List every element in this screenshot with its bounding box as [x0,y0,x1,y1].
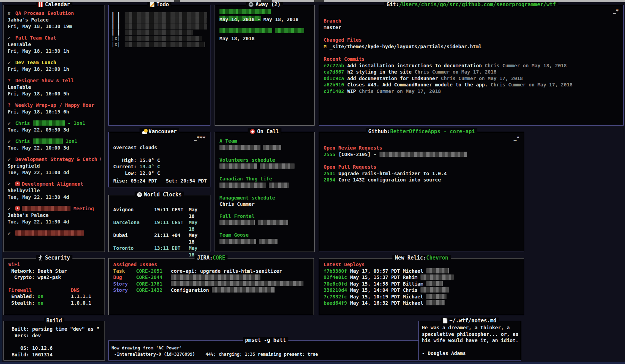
wifi-crypto-row: Crypto: wpa2-psk [8,274,100,281]
redacted-block [212,287,275,293]
redacted-block [219,28,272,33]
clock-icon [137,192,142,197]
review-requests-heading: Open Review Requests [324,145,519,151]
pull-request-row: 2054Core 1432 configuration into source [324,177,519,183]
new-relic-app: Chevron [426,255,448,261]
redacted-block [33,120,65,126]
event-title: Meeting [73,206,94,211]
issue-type: Story [113,287,136,294]
calendar-event: ✔Development Strategy & Catch U Springfi… [8,156,101,176]
redacted-block [125,18,207,24]
panel-git: Git: /Users/chris/go/src/github.com/seno… [319,5,624,126]
calendar-panel-title: Calendar [36,1,72,8]
todo-item: |X| [111,36,207,41]
panel-away: Away (2) May 14, 2018 - May 18, 2018 May… [215,5,315,126]
event-when: Fri, May 18, 16:00 5h [8,91,101,97]
redacted-block [426,281,443,286]
git-panel-title: Git: /Users/chris/go/src/github.com/seno… [384,1,558,8]
clock-date: May 18 [189,219,205,232]
oncall-team: Team Goose [219,232,310,245]
issue-type: Story [113,281,136,287]
high-value: 15.0° C [140,158,160,163]
low-value: 12.0° C [140,170,160,176]
todo-item: ┃ ┃ [111,12,207,18]
os-line: OS: 10.12.6 [9,345,102,352]
commit-row: ca7d867h2 styling in the site Chris Cumm… [324,69,619,75]
redacted-block [219,220,255,225]
event-when: Fri, May 18, 16:15 6h [8,109,101,115]
github-content: Open Review Requests 2555[CORE-2105] - O… [319,132,524,183]
siren-icon [15,206,20,211]
calendar-event: ✔Full Team Chat LenTable Fri, May 18, 11… [8,35,101,54]
event-location: Shelbyville [8,187,101,194]
clock-time: 13:11 EDT [154,245,189,258]
panel-title-text: World Clocks [144,192,182,198]
dns-heading: DNS [71,287,91,294]
commit-meta: Chris Cummer on May 17, 2018 [359,88,441,94]
redacted-block [171,281,303,286]
on-call-panel-title: On Call [248,128,281,135]
pager-indicator: _* [514,135,519,141]
redacted-block [125,30,193,35]
commit-row: e2c27abAdd installation instructions to … [324,62,619,69]
calendar-event: ✔Development Alignment Shelbyville Tue, … [8,181,101,201]
top-edge-notch [261,0,272,2]
stealth-value: on [38,300,43,306]
alarm-clock-icon [250,129,255,134]
redacted-block [15,230,84,236]
firewall-column: Firewall Enabled: on Stealth: on [8,287,71,306]
oncall-team: Full Frontal [219,213,310,227]
deploy-info: May 15, 15:37 PDT Rahim [350,274,420,280]
enabled-value: on [38,294,43,299]
pull-requests-heading: Open Pull Requests [324,164,519,170]
vers-line: Vers: dev [9,332,102,339]
event-when: Tue, May 22, 09:30 3d [8,127,101,133]
team-name: Canadian Thug Life [219,176,310,182]
current-value: 13.4° C [140,164,160,169]
redacted-block [420,274,454,280]
panel-title-text: Calendar [45,1,70,8]
pr-number: 2054 [324,177,335,183]
deploy-row: 7c7832fcMay 15, 10:19 PDT Michael [324,294,519,300]
note-line: his wife would have it, an idiot. [422,337,518,344]
event-title: Development Strategy & Catch U [15,156,101,162]
review-text: [CORE-2105] - [339,152,380,157]
redacted-block [171,274,260,280]
calendar-event: ?Weekly Wrap-up / Happy Hour Fri, May 18… [8,102,101,115]
dns-secondary: 1.0.0.1 [71,300,91,306]
team-name: A Team [219,138,310,144]
redacted-block [219,239,256,244]
calendar-event: ✔Dev Team Lunch Fri, May 18, 12:00 1h [8,59,101,73]
redacted-block [219,9,271,14]
build-content: Built: parsing time "dev" as " Vers: dev… [4,321,105,358]
clock-date: May 18 [189,206,205,219]
todo-item: ┃ ┃ [111,24,207,29]
firewall-stealth-row: Stealth: on [8,300,71,306]
todo-item: ┃ ┃ [111,18,207,24]
away-panel-title: Away (2) [246,1,283,8]
clock-city: Barcelona [113,219,154,232]
panel-title-text: Away (2) [256,1,281,8]
power-source-line: Now drawing from 'AC Power' [111,345,419,351]
sunrise-sunset: Rise: 05:24 PDT Set: 20:54 PDT [113,178,207,184]
redacted-block [426,300,445,305]
redacted-block [22,206,70,211]
weather-high: High: 15.0° C [113,157,206,164]
crypto-label: Crypto: [8,274,38,280]
build-panel-title: Build [44,318,64,324]
oncall-team: Volunteers schedule [219,157,310,170]
event-when: Fri, May 18, 11:30 1h [8,48,101,54]
assigned-issues-heading: Assigned Issues [113,261,309,268]
deploy-info: May 15, 10:19 PDT Michael [350,294,426,299]
battery-status-line: -InternalBattery-0 (id=3276899) 44%; cha… [111,351,419,357]
issue-summary: core-api: upgrade rails-html-sanitizer [171,268,282,274]
panel-notes: ~/.wtf/notes.md He was a dreamer, a thin… [418,321,521,361]
redacted-block [33,138,63,144]
event-when: Tue, May 22, 11:00 4d [8,169,101,176]
wifi-heading: WiFi [8,261,100,268]
crypto-value: wpa2-psk [38,274,61,280]
deploy-hash: 92f4e01c [324,274,347,280]
deploy-hash: 336210d4 [324,287,347,293]
redacted-block [219,145,260,150]
redacted-block [275,28,304,33]
